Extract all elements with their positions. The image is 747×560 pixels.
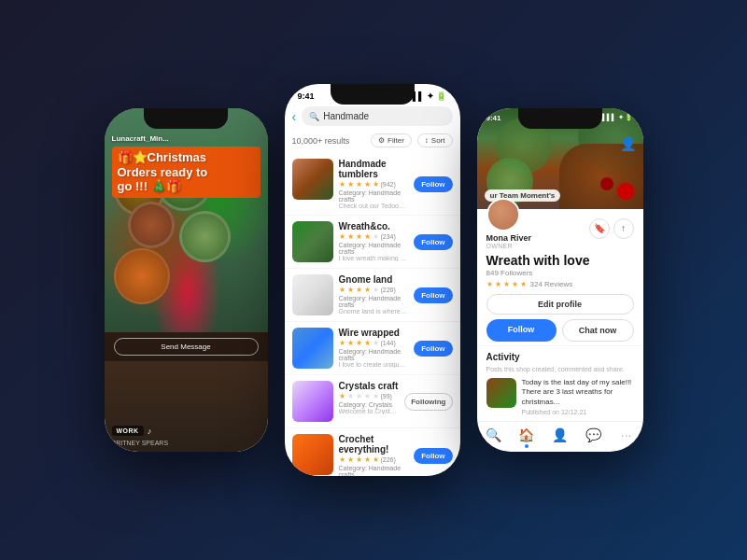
owner-role: OWNER — [486, 243, 532, 249]
phone-story: HealthHubsAnxiety treatments Lunacraft_M… — [105, 108, 268, 452]
review-count: (144) — [381, 340, 396, 346]
activity-post-text: Today is the last day of my sale!!! Ther… — [522, 378, 634, 407]
star-1: ★ — [339, 232, 345, 241]
search-nav-symbol: 🔍 — [486, 427, 501, 442]
star-5: ★ — [373, 455, 379, 464]
shop-thumbnail — [292, 221, 333, 262]
shop-list: Handmade tumblers ★★★★★ (942) Category: … — [285, 153, 460, 476]
star-2: ★ — [495, 280, 501, 288]
shop-item[interactable]: Handmade tumblers ★★★★★ (942) Category: … — [285, 153, 460, 216]
shop-thumbnail — [292, 274, 333, 315]
shop-item[interactable]: Gnome land ★★★★★ (226) Category: Handmad… — [285, 269, 460, 322]
shop-name: Crystals craft — [339, 381, 400, 391]
sort-button[interactable]: ↕ Sort — [417, 133, 453, 147]
shop-category: Category: Handmade crafts — [339, 189, 409, 203]
add-friend-icon[interactable]: 👤 — [620, 136, 636, 151]
stars-row: ★★★★★ (226) — [339, 455, 409, 464]
star-4: ★ — [364, 180, 371, 189]
more-nav-icon[interactable]: ··· — [610, 427, 643, 448]
search-bar-row: ‹ 🔍 Handmade — [285, 103, 460, 133]
back-arrow-icon[interactable]: ‹ — [292, 109, 297, 124]
shop-name: Wire wrapped — [339, 328, 409, 338]
filter-sort-buttons: ⚙ Filter ↕ Sort — [371, 133, 452, 147]
star-3: ★ — [356, 232, 362, 241]
search-bar[interactable]: 🔍 Handmade — [302, 106, 452, 126]
shop-category: Category: Handmade crafts — [339, 295, 409, 308]
share-icon[interactable]: ↑ — [613, 218, 634, 239]
work-label: WORK — [112, 426, 144, 436]
star-4: ★ — [364, 392, 371, 400]
following-button[interactable]: Following — [404, 393, 452, 411]
star-3: ★ — [356, 339, 362, 347]
phone-profile: 9:41 ▌▌▌ ✦ 🔋 ur Team Moment's 👤 — [477, 108, 643, 452]
shop-item[interactable]: Crystals craft ★★★★★ (99) Category: Crys… — [285, 375, 460, 428]
shop-avatar — [486, 198, 520, 231]
star-1: ★ — [339, 339, 345, 347]
chat-now-button[interactable]: Chat now — [562, 319, 634, 342]
star-4: ★ — [364, 339, 371, 347]
stars-row: ★★★★★ (942) — [339, 180, 409, 189]
phone3-time: 9:41 — [486, 114, 501, 122]
shop-info: Crochet everything! ★★★★★ (226) Category… — [339, 434, 409, 476]
active-indicator — [525, 444, 529, 448]
star-5: ★ — [520, 280, 527, 288]
shop-info: Wreath&co. ★★★★★ (234) Category: Handmad… — [339, 221, 409, 261]
results-filter-row: 10,000+ results ⚙ Filter ↕ Sort — [285, 133, 460, 153]
search-nav-icon[interactable]: 🔍 — [477, 427, 511, 448]
activity-subtitle: Posts this shop created, commented and s… — [486, 366, 634, 372]
star-5: ★ — [373, 180, 379, 189]
filter-icon: ⚙ — [378, 136, 385, 145]
home-nav-icon[interactable]: 🏠 — [510, 427, 543, 448]
star-2: ★ — [347, 392, 354, 400]
shop-thumbnail — [292, 434, 333, 475]
star-2: ★ — [347, 180, 354, 189]
sort-icon: ↕ — [425, 136, 429, 145]
wood-bg — [559, 144, 643, 209]
send-message-bar: Send Message — [105, 332, 268, 361]
work-badge: WORK ♪ — [112, 426, 261, 436]
star-5: ★ — [373, 232, 379, 241]
notch-phone3 — [518, 108, 602, 129]
star-3: ★ — [356, 180, 362, 189]
shop-category: Category: Crystals — [339, 401, 400, 408]
shop-item[interactable]: Crochet everything! ★★★★★ (226) Category… — [285, 428, 460, 476]
shop-item[interactable]: Wire wrapped ★★★★★ (144) Category: Handm… — [285, 322, 460, 375]
filter-button[interactable]: ⚙ Filter — [371, 133, 412, 147]
review-count: (99) — [381, 393, 392, 399]
follow-button[interactable]: Follow — [486, 319, 557, 342]
star-3: ★ — [356, 286, 362, 294]
phone1-background: HealthHubsAnxiety treatments Lunacraft_M… — [105, 108, 268, 452]
stars-row: ★★★★★ (144) — [339, 339, 409, 347]
star-2: ★ — [347, 455, 354, 464]
messages-nav-icon[interactable]: 💬 — [576, 427, 610, 448]
sort-label: Sort — [431, 136, 445, 145]
notch-phone1 — [144, 108, 228, 129]
stars-row: ★★★★★ (234) — [339, 232, 409, 241]
shop-name: Crochet everything! — [339, 434, 409, 455]
star-4: ★ — [364, 232, 371, 241]
shop-info: Crystals craft ★★★★★ (99) Category: Crys… — [339, 381, 400, 414]
action-buttons: Follow Chat now — [486, 319, 634, 342]
more-nav-symbol: ··· — [621, 427, 632, 442]
shop-desc: Welcome to Crystal's Crafting! I am just… — [339, 408, 400, 414]
shop-name: Gnome land — [339, 274, 409, 285]
shop-item[interactable]: Wreath&co. ★★★★★ (234) Category: Handmad… — [285, 216, 460, 269]
phone2-content: 9:41 ▌▌▌ ✦ 🔋 ‹ 🔍 Handmade 10,000+ result… — [285, 84, 460, 476]
send-message-button[interactable]: Send Message — [114, 338, 259, 356]
phone3-content: 9:41 ▌▌▌ ✦ 🔋 ur Team Moment's 👤 — [477, 108, 643, 452]
follow-button[interactable]: Follow — [414, 234, 452, 250]
shop-info: Gnome land ★★★★★ (226) Category: Handmad… — [339, 274, 409, 315]
craft-bowl-3 — [128, 202, 175, 248]
scene: HealthHubsAnxiety treatments Lunacraft_M… — [0, 0, 747, 560]
shop-info: Wire wrapped ★★★★★ (144) Category: Handm… — [339, 328, 409, 368]
follow-button[interactable]: Follow — [414, 176, 452, 192]
craft-bowl-4 — [179, 211, 231, 262]
follow-button[interactable]: Follow — [414, 287, 452, 303]
star-3: ★ — [356, 392, 362, 400]
profile-nav-icon[interactable]: 👤 — [543, 427, 577, 448]
bookmark-icon[interactable]: 🔖 — [589, 218, 610, 239]
follow-button[interactable]: Follow — [414, 448, 452, 464]
follow-button[interactable]: Follow — [414, 341, 452, 357]
edit-profile-button[interactable]: Edit profile — [486, 294, 634, 315]
search-text: Handmade — [323, 111, 369, 121]
